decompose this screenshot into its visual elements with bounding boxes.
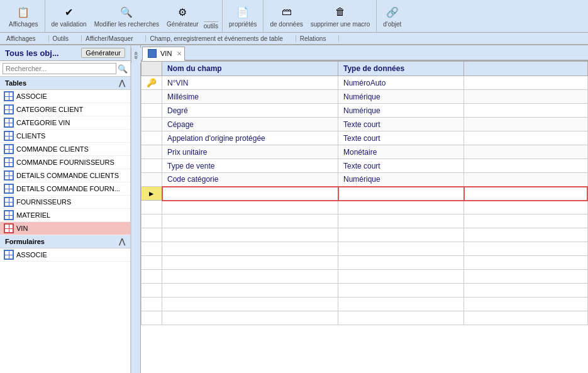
new-field-input-cell[interactable]: [162, 187, 338, 201]
empty-field[interactable]: [162, 214, 338, 228]
data-type-cell[interactable]: Texte court: [338, 131, 464, 145]
empty-desc[interactable]: [464, 270, 588, 284]
field-name-cell[interactable]: Code catégorie: [162, 173, 338, 187]
empty-field[interactable]: [162, 270, 338, 284]
objet-button[interactable]: 🔗 d'objet: [380, 3, 404, 29]
table-row[interactable]: Appelation d'origine protégéeTexte court: [141, 131, 588, 145]
data-type-cell[interactable]: Monétaire: [338, 145, 464, 159]
description-cell[interactable]: [464, 118, 588, 131]
empty-desc[interactable]: [464, 298, 588, 311]
sidebar-item-details-cmd-fourn[interactable]: DETAILS COMMANDE FOURN...: [0, 182, 130, 196]
design-table: Nom du champ Type de données 🔑N°VINNumér…: [141, 61, 588, 325]
sidebar-item-categorie-vin[interactable]: CATEGORIE VIN: [0, 116, 130, 130]
tab-vin[interactable]: VIN ✕: [142, 47, 185, 61]
sidebar-search-area: 🔍: [0, 61, 130, 77]
donnees-button[interactable]: 🗃 de données: [267, 3, 305, 29]
empty-type[interactable]: [338, 311, 464, 325]
empty-desc[interactable]: [464, 284, 588, 298]
sidebar-item-commande-fournisseurs[interactable]: COMMANDE FOURNISSEURS: [0, 156, 130, 169]
description-cell[interactable]: [464, 159, 588, 173]
data-type-cell[interactable]: Texte court: [338, 118, 464, 131]
description-cell[interactable]: [464, 131, 588, 145]
empty-field[interactable]: [162, 228, 338, 242]
sidebar-generator-button[interactable]: Générateur: [81, 48, 125, 58]
field-name-cell[interactable]: Degré: [162, 104, 338, 118]
table-row[interactable]: Code catégorieNumérique: [141, 173, 588, 187]
supprimer-macro-button[interactable]: 🗑 supprimer une macro: [308, 3, 372, 29]
table-row[interactable]: Type de venteTexte court: [141, 159, 588, 173]
field-name-cell[interactable]: Appelation d'origine protégée: [162, 131, 338, 145]
empty-field[interactable]: [162, 201, 338, 214]
sidebar-item-materiel[interactable]: MATERIEL: [0, 209, 130, 222]
sidebar-label-categorie-client: CATEGORIE CLIENT: [16, 106, 83, 113]
table-icon-cmd-fourn: [4, 157, 14, 167]
tables-section-header[interactable]: Tables ⋀: [0, 77, 130, 90]
ribbon-outils: outils: [49, 35, 82, 42]
table-row[interactable]: CépageTexte court: [141, 118, 588, 131]
sidebar-item-associe-form[interactable]: ASSOCIE: [0, 248, 130, 262]
table-row[interactable]: MillésimeNumérique: [141, 90, 588, 104]
table-icon-associe: [4, 91, 14, 101]
empty-desc[interactable]: [464, 201, 588, 214]
empty-field[interactable]: [162, 284, 338, 298]
empty-type[interactable]: [338, 270, 464, 284]
empty-type[interactable]: [338, 284, 464, 298]
affichages-button[interactable]: 📋 Affichages: [6, 3, 41, 29]
table-row[interactable]: 🔑N°VINNuméroAuto: [141, 76, 588, 90]
sidebar-collapse-button[interactable]: «»: [131, 48, 141, 63]
empty-desc[interactable]: [464, 214, 588, 228]
data-type-cell[interactable]: Numérique: [338, 104, 464, 118]
empty-field[interactable]: [162, 311, 338, 325]
sidebar-item-associe[interactable]: ASSOCIE: [0, 90, 130, 103]
ribbon-champ-enreg: Champ, enregistrement et événements de t…: [146, 35, 296, 42]
empty-type[interactable]: [338, 228, 464, 242]
field-name-cell[interactable]: Cépage: [162, 118, 338, 131]
delete-icon: 🗑: [333, 4, 348, 19]
table-row[interactable]: DegréNumérique: [141, 104, 588, 118]
sidebar-item-categorie-client[interactable]: CATEGORIE CLIENT: [0, 103, 130, 116]
data-type-cell[interactable]: Numérique: [338, 173, 464, 187]
new-desc-cell[interactable]: [464, 187, 588, 201]
sidebar-item-clients[interactable]: CLIENTS: [0, 130, 130, 143]
sidebar-item-vin[interactable]: VIN: [0, 222, 130, 235]
empty-type[interactable]: [338, 242, 464, 256]
description-cell[interactable]: [464, 104, 588, 118]
description-cell[interactable]: [464, 76, 588, 90]
description-cell[interactable]: [464, 145, 588, 159]
search-input[interactable]: [3, 63, 116, 74]
new-type-cell[interactable]: [338, 187, 464, 201]
sidebar-item-fournisseurs[interactable]: FOURNISSEURS: [0, 196, 130, 209]
sidebar-item-commande-clients[interactable]: COMMANDE CLIENTS: [0, 143, 130, 156]
description-cell[interactable]: [464, 173, 588, 187]
empty-desc[interactable]: [464, 256, 588, 270]
description-cell[interactable]: [464, 90, 588, 104]
tab-close-button[interactable]: ✕: [177, 50, 182, 57]
empty-field[interactable]: [162, 242, 338, 256]
design-grid-area[interactable]: Nom du champ Type de données 🔑N°VINNumér…: [141, 61, 588, 373]
formulaires-section-header[interactable]: Formulaires ⋀: [0, 235, 130, 248]
empty-field[interactable]: [162, 256, 338, 270]
empty-desc[interactable]: [464, 311, 588, 325]
data-type-cell[interactable]: Texte court: [338, 159, 464, 173]
validation-button[interactable]: ✔ de validation: [49, 3, 89, 29]
empty-row: [141, 298, 588, 311]
proprietes-button[interactable]: 📄 propriétés: [226, 3, 259, 29]
data-type-cell[interactable]: NuméroAuto: [338, 76, 464, 90]
modifier-recherches-button[interactable]: 🔍 Modifier les recherches: [92, 3, 162, 29]
generateur-button[interactable]: ⚙ Générateur: [164, 3, 201, 29]
empty-field[interactable]: [162, 298, 338, 311]
field-name-cell[interactable]: Type de vente: [162, 159, 338, 173]
field-name-cell[interactable]: Prix unitaire: [162, 145, 338, 159]
field-name-cell[interactable]: N°VIN: [162, 76, 338, 90]
sidebar-item-details-cmd-clients[interactable]: DETAILS COMMANDE CLIENTS: [0, 169, 130, 182]
empty-desc[interactable]: [464, 242, 588, 256]
empty-type[interactable]: [338, 201, 464, 214]
data-type-cell[interactable]: Numérique: [338, 90, 464, 104]
field-name-cell[interactable]: Millésime: [162, 90, 338, 104]
empty-type[interactable]: [338, 298, 464, 311]
table-row[interactable]: Prix unitaireMonétaire: [141, 145, 588, 159]
empty-type[interactable]: [338, 214, 464, 228]
empty-type[interactable]: [338, 256, 464, 270]
empty-desc[interactable]: [464, 228, 588, 242]
form-icon-associe: [4, 250, 14, 260]
